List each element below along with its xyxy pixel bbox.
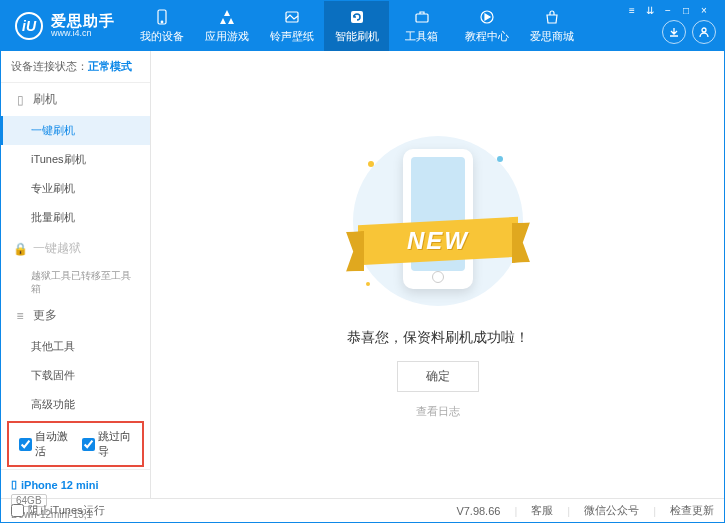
logo-icon: iU [15,12,43,40]
main-content: NEW 恭喜您，保资料刷机成功啦！ 确定 查看日志 [151,51,724,498]
ok-button[interactable]: 确定 [397,361,479,392]
phone-graphic-icon [403,149,473,289]
tutorial-icon [478,8,496,26]
nav-toolbox[interactable]: 工具箱 [389,1,454,51]
version-label: V7.98.66 [456,505,500,517]
logo-area: iU 爱思助手 www.i4.cn [1,12,129,40]
new-ribbon: NEW [358,216,518,264]
more-icon: ≡ [13,309,27,323]
download-button[interactable] [662,20,686,44]
user-button[interactable] [692,20,716,44]
sidebar-pro-flash[interactable]: 专业刷机 [1,174,150,203]
svg-rect-3 [351,11,363,23]
maximize-icon[interactable]: □ [678,5,694,16]
sidebar-itunes-flash[interactable]: iTunes刷机 [1,145,150,174]
nav-my-device[interactable]: 我的设备 [129,1,194,51]
phone-small-icon: ▯ [13,93,27,107]
options-row: 自动激活 跳过向导 [7,421,144,467]
main-nav: 我的设备 应用游戏 铃声壁纸 智能刷机 工具箱 教程中心 爱思商城 [129,1,584,51]
success-illustration: NEW [348,131,528,311]
auto-activate-checkbox[interactable]: 自动激活 [19,429,70,459]
block-itunes-checkbox[interactable]: 阻止iTunes运行 [11,503,105,518]
svg-point-1 [161,21,163,23]
view-log-link[interactable]: 查看日志 [416,404,460,419]
skip-guide-checkbox[interactable]: 跳过向导 [82,429,133,459]
menu-icon[interactable]: ≡ [624,5,640,16]
app-title: 爱思助手 [51,13,115,30]
flash-icon [348,8,366,26]
check-update-link[interactable]: 检查更新 [670,503,714,518]
sidebar-oneclick-flash[interactable]: 一键刷机 [1,116,150,145]
sidebar-flash-category[interactable]: ▯ 刷机 [1,83,150,116]
app-url: www.i4.cn [51,29,115,39]
connection-status: 设备连接状态：正常模式 [1,51,150,83]
sidebar: 设备连接状态：正常模式 ▯ 刷机 一键刷机 iTunes刷机 专业刷机 批量刷机… [1,51,151,498]
store-icon [543,8,561,26]
device-phone-icon: ▯ [11,478,17,491]
phone-icon [153,8,171,26]
window-controls: ≡ ⇊ − □ × [624,5,712,16]
nav-store[interactable]: 爱思商城 [519,1,584,51]
toolbox-icon [413,8,431,26]
sidebar-batch-flash[interactable]: 批量刷机 [1,203,150,232]
jailbreak-note: 越狱工具已转移至工具箱 [1,265,150,299]
minimize-icon[interactable]: − [660,5,676,16]
nav-apps[interactable]: 应用游戏 [194,1,259,51]
apps-icon [218,8,236,26]
sidebar-download-firmware[interactable]: 下载固件 [1,361,150,390]
nav-ringtones[interactable]: 铃声壁纸 [259,1,324,51]
service-link[interactable]: 客服 [531,503,553,518]
wallpaper-icon [283,8,301,26]
wechat-link[interactable]: 微信公众号 [584,503,639,518]
close-icon[interactable]: × [696,5,712,16]
svg-rect-4 [416,14,428,22]
sidebar-advanced[interactable]: 高级功能 [1,390,150,419]
app-header: iU 爱思助手 www.i4.cn 我的设备 应用游戏 铃声壁纸 智能刷机 工具… [1,1,724,51]
nav-tutorials[interactable]: 教程中心 [454,1,519,51]
svg-point-6 [702,28,706,32]
sidebar-more-category[interactable]: ≡ 更多 [1,299,150,332]
success-message: 恭喜您，保资料刷机成功啦！ [347,329,529,347]
lock-icon[interactable]: ⇊ [642,5,658,16]
nav-flash[interactable]: 智能刷机 [324,1,389,51]
sidebar-jailbreak-category: 🔒 一键越狱 [1,232,150,265]
sidebar-other-tools[interactable]: 其他工具 [1,332,150,361]
device-name[interactable]: ▯iPhone 12 mini [11,478,140,491]
lock-small-icon: 🔒 [13,242,27,256]
